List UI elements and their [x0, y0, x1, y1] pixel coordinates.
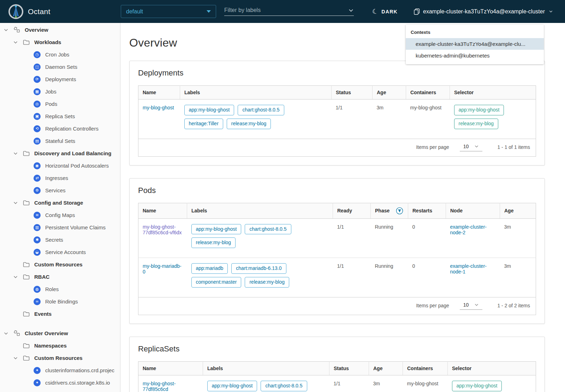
cell-age: 3m [373, 99, 406, 139]
sidebar-item-replica-sets[interactable]: ▣Replica Sets [0, 110, 120, 122]
ingresses-icon: ⇄ [33, 175, 41, 182]
sidebar-item-events[interactable]: Events [0, 308, 120, 320]
selector-tag: release:my-blog [454, 119, 499, 129]
name-link[interactable]: my-blog-ghost-77df85c6cd-vf6dx [143, 224, 183, 235]
sidebar-item-replication-controllers[interactable]: ⟲Replication Controllers [0, 122, 120, 135]
items-per-page-select[interactable]: 10 [460, 143, 483, 151]
label-tag: chart:ghost-8.0.5 [261, 381, 307, 391]
label-tag: release:my-blog [191, 237, 236, 248]
sidebar-item-csidrivers-csi-storage-k8s-io[interactable]: ✦csidrivers.csi.storage.k8s.io [0, 376, 120, 389]
sidebar-item-persistent-volume-claims[interactable]: ▥Persistent Volume Claims [0, 221, 120, 234]
context-menu-item[interactable]: kubernetes-admin@kubernetes [406, 50, 544, 61]
cell-containers: my-blog-ghost [406, 99, 450, 139]
column-header-selector: Selector [448, 361, 536, 375]
chevron-down-icon[interactable] [4, 331, 13, 336]
chevron-down-icon[interactable] [13, 151, 22, 156]
sidebar-item-label: clusterinformations.crd.projec [45, 367, 114, 373]
chevron-down-icon[interactable] [348, 7, 354, 13]
sidebar-item-daemon-sets[interactable]: ◫Daemon Sets [0, 61, 120, 73]
label-tag: release:my-blog [227, 119, 271, 129]
sidebar-item-custom-resources[interactable]: Custom Resources [0, 258, 120, 271]
sidebar-item-jobs[interactable]: ▦Jobs [0, 85, 120, 98]
chevron-down-icon[interactable] [13, 275, 22, 279]
sidebar-item-clusterinformations-crd-projec[interactable]: ✦clusterinformations.crd.projec [0, 364, 120, 376]
sidebar-item-services[interactable]: ⚙Services [0, 184, 120, 197]
sidebar-item-config-and-storage[interactable]: Config and Storage [0, 197, 120, 209]
deployments-icon: ⟳ [33, 76, 41, 83]
sidebar-item-secrets[interactable]: ✱Secrets [0, 234, 120, 246]
column-header-age: Age [369, 361, 403, 375]
name-link[interactable]: my-blog-ghost-77df85c6cd [143, 381, 199, 392]
label-tag: release:my-blog [245, 277, 289, 288]
pods-table: NameLabelsReadyPhaseRestartsNodeAgemy-bl… [138, 203, 536, 297]
name-link[interactable]: my-blog-mariadb-0 [143, 263, 183, 275]
namespace-select[interactable]: default [121, 5, 216, 18]
sidebar-item-pods[interactable]: ◎Pods [0, 98, 120, 110]
label-tag: app:mariadb [191, 263, 228, 274]
cron-jobs-icon: ◷ [33, 51, 41, 58]
node-link[interactable]: example-cluster-node-2 [450, 224, 496, 235]
sidebar-item-cluster-overview[interactable]: Cluster Overview [0, 327, 120, 339]
context-menu-item[interactable]: example-cluster-ka3TuTzYo4a@example-clu.… [406, 38, 544, 50]
column-header-status: Status [332, 86, 373, 99]
brand: Octant [8, 4, 121, 19]
horizontal-pod-autoscalers-icon: ◉ [33, 162, 41, 169]
dark-mode-toggle[interactable]: ☾ DARK [372, 8, 398, 15]
chevron-down-icon[interactable] [13, 356, 22, 361]
sidebar-item-discovery-and-load-balancing[interactable]: Discovery and Load Balancing [0, 147, 120, 159]
sidebar-item-workloads[interactable]: Workloads [0, 36, 120, 48]
items-per-page-label: Items per page [416, 303, 449, 308]
sidebar-item-role-bindings[interactable]: ∞Role Bindings [0, 295, 120, 308]
label-tag: chart:ghost-8.0.5 [238, 105, 284, 115]
sidebar-item-rbac[interactable]: RBAC [0, 271, 120, 283]
sidebar-item-roles[interactable]: ◍Roles [0, 283, 120, 295]
label-tag: heritage:Tiller [184, 119, 223, 129]
sidebar-item-ingresses[interactable]: ⇄Ingresses [0, 172, 120, 184]
sidebar-item-label: Cron Jobs [45, 52, 69, 58]
filter-icon[interactable] [396, 207, 403, 215]
chevron-down-icon[interactable] [4, 28, 13, 32]
cell-restarts: 0 [408, 258, 446, 297]
label-tag: chart:ghost-8.0.5 [245, 224, 291, 235]
pagination-range: 1 - 2 of 2 items [497, 303, 530, 308]
column-header-labels: Labels [203, 361, 329, 375]
cell-ready: 1/1 [333, 218, 371, 258]
cell-restarts: 0 [408, 218, 446, 258]
applications-icon [13, 330, 20, 337]
table-row: my-blog-ghost-77df85c6cd-vf6dxapp:my-blo… [138, 218, 536, 258]
items-per-page-select[interactable]: 10 [460, 302, 483, 310]
label-tag: app:my-blog-ghost [184, 105, 234, 115]
column-header-restarts: Restarts [408, 203, 446, 218]
items-per-page-label: Items per page [416, 144, 449, 150]
column-header-age: Age [373, 86, 406, 99]
cell-labels: app:my-blog-ghostchart:ghost-8.0.5releas… [203, 375, 329, 392]
sidebar-item-config-maps[interactable]: ≡Config Maps [0, 209, 120, 221]
sidebar-item-horizontal-pod-autoscalers[interactable]: ◉Horizontal Pod Autoscalers [0, 159, 120, 172]
sidebar-item-cron-jobs[interactable]: ◷Cron Jobs [0, 48, 120, 61]
label-filter-input[interactable] [224, 7, 348, 13]
role-bindings-icon: ∞ [33, 298, 41, 305]
sidebar-item-label: Stateful Sets [45, 138, 75, 144]
deployments-pagination: Items per page101 - 1 of 1 items [138, 139, 536, 157]
name-link[interactable]: my-blog-ghost [143, 105, 174, 110]
context-switcher[interactable]: example-cluster-ka3TuTzYo4a@example-clus… [414, 8, 553, 15]
sidebar-item-namespaces[interactable]: Namespaces [0, 339, 120, 352]
chevron-down-icon[interactable] [13, 40, 22, 45]
chevron-down-icon[interactable] [13, 200, 22, 205]
sidebar-item-custom-resources[interactable]: Custom Resources [0, 352, 120, 364]
column-header-name: Name [138, 203, 187, 218]
pods-icon: ◎ [33, 101, 41, 108]
node-link[interactable]: example-cluster-node-1 [450, 263, 496, 275]
sidebar-item-stateful-sets[interactable]: ▤Stateful Sets [0, 135, 120, 147]
octant-logo-icon [8, 4, 23, 19]
column-header-phase: Phase [371, 203, 408, 218]
folder-icon [22, 274, 30, 280]
sidebar-item-overview[interactable]: Overview [0, 24, 120, 36]
cell-status: 1/1 [332, 99, 373, 139]
sidebar-item-deployments[interactable]: ⟳Deployments [0, 73, 120, 85]
main-content: Overview DeploymentsNameLabelsStatusAgeC… [120, 23, 565, 392]
cell-node: example-cluster-node-1 [446, 258, 500, 297]
sidebar-item-service-accounts[interactable]: ◒Service Accounts [0, 246, 120, 258]
table-row: my-blog-ghost-77df85c6cdapp:my-blog-ghos… [138, 375, 536, 392]
label-tag: chart:mariadb-6.13.0 [231, 263, 286, 274]
